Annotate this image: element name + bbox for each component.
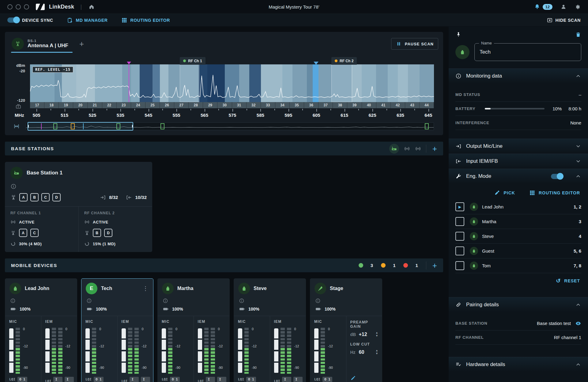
rf-broadcast-icon[interactable] xyxy=(404,146,410,152)
info-icon[interactable] xyxy=(315,298,321,303)
add-mobile-device-button[interactable]: + xyxy=(432,262,437,269)
device-card-lead-john[interactable]: Lead John100%MIC0-12-90LQIO 1+12IEM0-12-… xyxy=(5,278,77,382)
tv-channel-cell[interactable]: 29 xyxy=(203,102,217,108)
add-base-station-button[interactable]: + xyxy=(432,145,437,153)
delete-trash-icon[interactable] xyxy=(575,32,581,38)
overview-marker-box[interactable] xyxy=(425,123,429,129)
eng-device-row-guest[interactable]: Guest5, 6 xyxy=(455,244,581,258)
stepper-arrows[interactable]: ▲▼ xyxy=(375,332,378,337)
magenta-marker[interactable] xyxy=(129,64,129,102)
info-icon[interactable] xyxy=(163,298,168,303)
device-name-input[interactable] xyxy=(475,44,581,61)
window-dot[interactable] xyxy=(24,4,29,10)
device-sync-toggle[interactable] xyxy=(7,17,19,23)
tv-channel-cell[interactable]: 40 xyxy=(362,102,376,108)
tv-channel-cell[interactable]: 42 xyxy=(391,102,405,108)
device-card-martha[interactable]: Martha100%MIC0-12-90LQIO 1+12IEM0-12-90L… xyxy=(157,278,230,382)
window-controls[interactable] xyxy=(7,4,29,10)
device-checkbox[interactable]: ▶ xyxy=(455,202,464,211)
pairing-details-section-header[interactable]: Pairing details xyxy=(449,297,588,312)
hide-scan-button[interactable]: HIDE SCAN xyxy=(547,17,581,23)
rf-channel-2-region[interactable]: RF Ch 2 xyxy=(331,64,352,102)
base-station-filter-icon[interactable] xyxy=(389,144,399,154)
antenna-tab[interactable]: BS-1 Antenna A | UHF xyxy=(11,35,73,53)
tv-channel-cell[interactable]: 38 xyxy=(333,102,347,108)
eng-mode-toggle[interactable] xyxy=(551,174,563,179)
tv-channels-icon[interactable] xyxy=(15,103,21,109)
routing-editor-button[interactable]: ROUTING EDITOR xyxy=(121,17,170,23)
device-card-steve[interactable]: Steve100%MIC0-12-90LQIO 1+12IEM0-12-90LQ… xyxy=(234,278,306,382)
tv-channel-cell[interactable]: 24 xyxy=(131,102,145,108)
tv-channel-cell[interactable]: 34 xyxy=(275,102,290,108)
device-name-field[interactable]: Name xyxy=(474,43,581,61)
device-sync-toggle-item[interactable]: DEVICE SYNC xyxy=(7,17,53,23)
tv-channel-cell[interactable]: 28 xyxy=(189,102,203,108)
chevron-down-icon[interactable] xyxy=(575,143,581,149)
zoom-range-icon[interactable] xyxy=(13,123,26,129)
chevron-down-icon[interactable] xyxy=(575,158,581,164)
eng-device-row-lead-john[interactable]: ▶Lead John1, 2 xyxy=(455,200,581,214)
blue-marker-triangle[interactable] xyxy=(314,62,318,67)
spectrum-plot[interactable]: REF. LEVEL -15 RF Ch 1 RF Ch 2 xyxy=(30,64,434,102)
eng-mode-section-header[interactable]: Eng. Mode xyxy=(449,169,588,184)
tv-channel-cell[interactable]: 44 xyxy=(420,102,434,108)
base-station-card[interactable]: Base Station 1 ABCD 8/32 10/32 RF CHANNE… xyxy=(5,162,152,252)
info-icon[interactable] xyxy=(10,183,17,189)
preamp-gain-control[interactable]: dB+12▲▼ xyxy=(350,332,379,337)
tv-channel-cell[interactable]: 17 xyxy=(30,102,44,108)
tv-channel-cell[interactable]: 19 xyxy=(59,102,73,108)
home-icon[interactable] xyxy=(89,4,95,10)
routing-editor-link[interactable]: ROUTING EDITOR xyxy=(529,190,580,196)
window-dot[interactable] xyxy=(7,4,13,10)
overview-selection[interactable] xyxy=(28,122,133,131)
chevron-up-icon[interactable] xyxy=(575,173,581,179)
notifications-bell-icon[interactable] xyxy=(534,4,540,10)
chevron-up-icon[interactable] xyxy=(575,73,581,79)
tv-channel-cell[interactable]: 39 xyxy=(347,102,362,108)
low-cut-control[interactable]: Hz60▲▼ xyxy=(350,350,379,355)
pin-icon[interactable] xyxy=(455,32,462,38)
info-icon[interactable] xyxy=(10,298,16,303)
eng-device-row-martha[interactable]: Martha3 xyxy=(455,214,581,229)
user-account-icon[interactable] xyxy=(560,4,567,10)
add-scan-tab-button[interactable]: + xyxy=(79,40,84,48)
tv-channel-cell[interactable]: 27 xyxy=(174,102,189,108)
tv-channel-cell[interactable]: 20 xyxy=(73,102,88,108)
device-card-stage[interactable]: Stage100%MIC0-12-90LQIO 1845PREAMP GAINd… xyxy=(310,278,382,382)
md-manager-button[interactable]: MD MANAGER xyxy=(67,17,108,23)
output-mic-line-section-header[interactable]: Output Mic/Line xyxy=(449,139,588,154)
rf-broadcast-icon[interactable] xyxy=(415,146,421,152)
rf-channel-1-region[interactable]: RF Ch 1 xyxy=(180,64,199,102)
chevron-up-icon[interactable] xyxy=(575,302,581,308)
device-checkbox[interactable] xyxy=(455,246,464,255)
eng-device-row-steve[interactable]: Steve4 xyxy=(455,229,581,244)
input-iem-ifb-section-header[interactable]: Input IEM/IFB xyxy=(449,154,588,169)
tv-channel-strip[interactable]: 1718192021222324252627282930313233343536… xyxy=(30,102,434,108)
tv-channel-cell[interactable]: 26 xyxy=(160,102,174,108)
pick-button[interactable]: PICK xyxy=(494,190,515,196)
eng-device-row-tom[interactable]: Tom7, 8 xyxy=(455,258,581,273)
chevron-up-icon[interactable] xyxy=(575,361,581,368)
device-checkbox[interactable] xyxy=(455,232,464,241)
device-checkbox[interactable] xyxy=(455,217,464,226)
eye-icon[interactable] xyxy=(575,320,581,326)
overview-marker-box[interactable] xyxy=(160,123,164,129)
tv-channel-cell[interactable]: 18 xyxy=(44,102,59,108)
tv-channel-cell[interactable]: 23 xyxy=(117,102,131,108)
monitoring-data-section-header[interactable]: Monitoring data xyxy=(449,68,588,83)
info-icon[interactable] xyxy=(86,298,92,303)
pause-scan-button[interactable]: PAUSE SCAN xyxy=(391,38,438,50)
edit-pencil-icon[interactable] xyxy=(350,375,379,381)
tv-channel-cell[interactable]: 30 xyxy=(217,102,232,108)
magenta-marker-triangle[interactable] xyxy=(127,62,131,67)
tv-channel-cell[interactable]: 32 xyxy=(247,102,261,108)
tv-channel-cell[interactable]: 37 xyxy=(318,102,333,108)
tv-channel-cell[interactable]: 36 xyxy=(304,102,318,108)
settings-gear-icon[interactable] xyxy=(575,4,581,10)
scan-overview-bar[interactable] xyxy=(26,122,434,130)
tv-channel-cell[interactable]: 31 xyxy=(232,102,247,108)
rf-channel-2-tag[interactable]: RF Ch 2 xyxy=(331,57,357,65)
device-checkbox[interactable] xyxy=(455,261,464,270)
notification-count-badge[interactable]: 12 xyxy=(543,4,552,10)
rf-channel-1-tag[interactable]: RF Ch 1 xyxy=(180,57,205,65)
